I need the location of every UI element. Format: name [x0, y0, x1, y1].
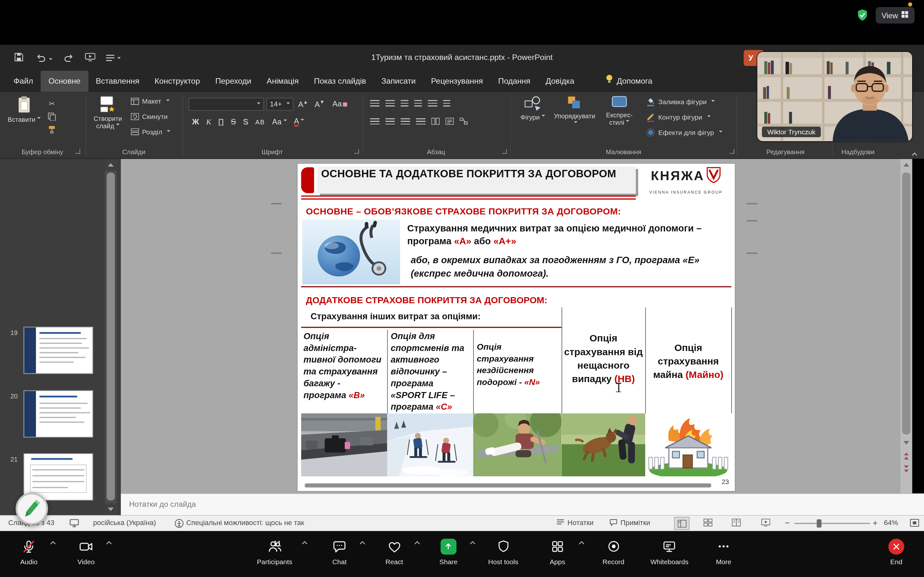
section-button[interactable]: Розділ	[131, 128, 171, 135]
more-button[interactable]: More	[716, 537, 731, 565]
line-spacing-icon[interactable]	[428, 100, 437, 107]
new-slide-button[interactable]: Створити слайд	[89, 95, 126, 130]
slideshow-from-start-icon[interactable]	[85, 52, 95, 64]
layout-button[interactable]: Макет	[131, 98, 170, 105]
apps-button[interactable]: Apps	[549, 537, 565, 565]
participants-menu-caret[interactable]	[301, 540, 309, 545]
next-slide-button[interactable]	[901, 463, 913, 475]
grow-font-button[interactable]: А▲	[298, 99, 308, 109]
thumbnail-scroll-up-button[interactable]	[105, 159, 117, 171]
cut-icon[interactable]: ✂	[47, 99, 57, 108]
tab-assistance[interactable]: Допомога	[598, 71, 660, 92]
view-button[interactable]: View	[876, 7, 914, 23]
canvas-scroll-up-button[interactable]	[901, 159, 913, 171]
view-slideshow-button[interactable]	[761, 519, 771, 528]
font-dialog-launcher[interactable]	[354, 149, 359, 154]
participants-button[interactable]: 11 Participants	[257, 537, 292, 565]
quick-styles-button[interactable]: Експрес- стилі	[601, 95, 638, 127]
zoom-slider-track[interactable]	[795, 523, 870, 524]
undo-icon[interactable]	[35, 52, 52, 65]
record-button[interactable]: Record	[603, 537, 624, 565]
paste-button[interactable]: Вставити	[7, 95, 41, 124]
character-spacing-button[interactable]: АВ	[255, 118, 265, 125]
bullets-icon[interactable]	[370, 100, 379, 107]
end-meeting-button[interactable]: End	[888, 537, 905, 565]
numbering-icon[interactable]	[385, 100, 395, 107]
collapse-ribbon-icon[interactable]	[911, 148, 918, 159]
tab-transitions[interactable]: Переходи	[208, 71, 259, 92]
columns-icon[interactable]	[431, 118, 439, 126]
comments-toggle-icon[interactable]	[609, 519, 618, 528]
language-indicator[interactable]: російська (Україна)	[93, 519, 156, 527]
paragraph-dialog-launcher[interactable]	[502, 149, 507, 154]
bold-button[interactable]: Ж	[192, 117, 199, 126]
text-direction-icon[interactable]	[443, 100, 450, 107]
display-settings-icon[interactable]	[69, 519, 79, 529]
shape-effects-button[interactable]: Ефекти для фігур	[646, 128, 722, 137]
tab-home[interactable]: Основне	[41, 71, 88, 92]
whiteboards-button[interactable]: Whiteboards	[650, 537, 688, 565]
tab-file[interactable]: Файл	[6, 71, 41, 92]
reset-button[interactable]: Скинути	[131, 113, 168, 120]
canvas-scrollbar[interactable]	[901, 159, 913, 493]
video-menu-caret[interactable]	[105, 540, 113, 545]
comments-toggle-label[interactable]: Примітки	[620, 519, 650, 527]
share-button[interactable]: Share	[439, 537, 457, 565]
font-name-combo[interactable]	[189, 98, 264, 111]
host-tools-button[interactable]: Host tools	[488, 537, 519, 565]
tab-record[interactable]: Записати	[374, 71, 423, 92]
security-shield-icon[interactable]	[856, 8, 869, 24]
zoom-slider-thumb[interactable]	[817, 519, 822, 528]
slide-thumbnail-19[interactable]	[23, 327, 93, 374]
font-size-combo[interactable]: 14+	[266, 98, 293, 111]
view-normal-button[interactable]	[674, 517, 690, 530]
canvas-scrollbar-thumb[interactable]	[902, 172, 911, 434]
react-menu-caret[interactable]	[414, 540, 421, 545]
justify-icon[interactable]	[416, 118, 425, 125]
shape-outline-button[interactable]: Контур фігури	[646, 113, 711, 122]
text-shadow-button[interactable]: S	[243, 117, 248, 126]
slide-thumbnail-20[interactable]	[23, 390, 93, 438]
save-icon[interactable]	[14, 52, 23, 64]
apps-menu-caret[interactable]	[578, 540, 585, 545]
underline-button[interactable]: П	[218, 117, 224, 126]
copy-icon[interactable]	[47, 112, 57, 121]
chat-button[interactable]: Chat	[332, 537, 347, 565]
tab-review[interactable]: Рецензування	[423, 71, 491, 92]
format-painter-icon[interactable]	[47, 125, 57, 134]
presenter-video-tile[interactable]: Wiktor Trynczuk	[757, 52, 912, 141]
tab-help[interactable]: Довідка	[538, 71, 582, 92]
react-button[interactable]: React	[385, 537, 403, 565]
zoom-in-button[interactable]: +	[873, 518, 877, 527]
increase-indent-icon[interactable]	[414, 100, 422, 107]
accessibility-icon[interactable]	[174, 519, 184, 530]
annotation-tool-button[interactable]	[15, 492, 48, 525]
slide[interactable]: ОСНОВНЕ ТА ДОДАТКОВЕ ПОКРИТТЯ ЗА ДОГОВОР…	[298, 164, 735, 491]
thumbnail-scrollbar-thumb[interactable]	[107, 172, 115, 500]
fit-to-window-icon[interactable]	[910, 519, 919, 529]
align-center-icon[interactable]	[385, 118, 395, 125]
tab-slideshow[interactable]: Показ слайдів	[306, 71, 374, 92]
change-case-button[interactable]: Аа	[272, 117, 287, 126]
shape-fill-button[interactable]: Заливка фігури	[646, 97, 715, 106]
redo-icon[interactable]	[63, 52, 74, 65]
slide-title-box[interactable]: ОСНОВНЕ ТА ДОДАТКОВЕ ПОКРИТТЯ ЗА ДОГОВОР…	[318, 167, 636, 193]
zoom-out-button[interactable]: −	[785, 518, 790, 527]
align-right-icon[interactable]	[401, 118, 410, 125]
strikethrough-button[interactable]: S	[231, 117, 236, 126]
align-text-icon[interactable]	[446, 118, 454, 126]
shrink-font-button[interactable]: А▼	[315, 99, 325, 109]
canvas-scroll-down-button[interactable]	[901, 437, 913, 449]
notes-toggle-label[interactable]: Нотатки	[567, 519, 594, 527]
arrange-button[interactable]: Упорядкувати	[553, 95, 596, 128]
thumbnail-scrollbar[interactable]	[105, 159, 117, 515]
drawing-dialog-launcher[interactable]	[730, 149, 734, 154]
share-menu-caret[interactable]	[469, 540, 476, 545]
shapes-button[interactable]: Фігури	[516, 95, 549, 121]
clear-formatting-button[interactable]: Аа	[333, 99, 347, 108]
italic-button[interactable]: К	[206, 117, 211, 126]
accessibility-status[interactable]: Спеціальні можливості: щось не так	[186, 519, 304, 527]
view-sorter-button[interactable]	[704, 519, 712, 528]
audio-button[interactable]: Audio	[20, 537, 37, 565]
tab-insert[interactable]: Вставлення	[88, 71, 147, 92]
